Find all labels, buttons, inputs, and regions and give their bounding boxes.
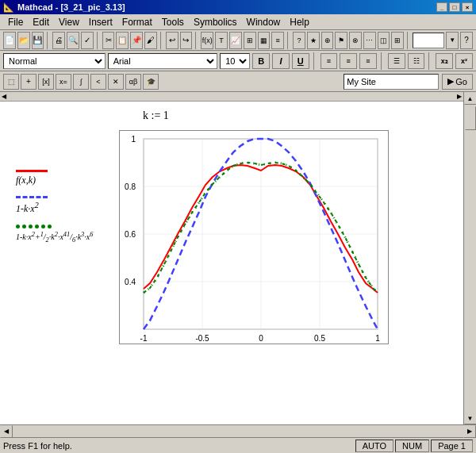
math-btn-1[interactable]: ⬚ [3, 74, 19, 90]
toolbar-separator-6 [407, 32, 409, 49]
hscroll-track [13, 425, 463, 437]
menu-bar: File Edit View Insert Format Tools Symbo… [0, 14, 476, 30]
math-btn-6[interactable]: < [90, 74, 106, 90]
list-number-button[interactable]: ☷ [408, 53, 425, 69]
align-left-button[interactable]: ≡ [321, 53, 338, 69]
new-button[interactable]: 📄 [3, 32, 16, 49]
scroll-track [464, 105, 476, 412]
font-select[interactable]: Arial [108, 53, 218, 69]
svg-text:0.8: 0.8 [125, 182, 136, 191]
minimize-button[interactable]: _ [436, 2, 447, 12]
size-select[interactable]: 10 [220, 53, 250, 69]
main-toolbar: 📄 📂 💾 🖨 🔍 ✓ ✂ 📋 📌 🖌 ↩ ↪ f(x) T 📈 ⊞ ▦ ≡ ?… [0, 30, 476, 51]
toolbar-btn-10[interactable]: ⊕ [321, 32, 334, 49]
toolbar-btn-5[interactable]: ⊞ [244, 32, 256, 49]
menu-format[interactable]: Format [117, 15, 157, 29]
toolbar-btn-13[interactable]: ⋯ [363, 32, 376, 49]
list-bullet-button[interactable]: ☰ [388, 53, 405, 69]
maximize-button[interactable]: □ [449, 2, 460, 12]
bold-button[interactable]: B [252, 53, 270, 69]
menu-window[interactable]: Window [242, 15, 286, 29]
toolbar-btn-15[interactable]: ⊞ [391, 32, 404, 49]
menu-file[interactable]: File [3, 15, 28, 29]
align-center-button[interactable]: ≡ [340, 53, 357, 69]
scroll-right-button[interactable]: ▶ [463, 425, 476, 438]
print-preview-button[interactable]: 🔍 [67, 32, 79, 49]
toolbar-btn-11[interactable]: ⚑ [335, 32, 347, 49]
legend-dot [16, 225, 20, 228]
superscript-button[interactable]: x² [455, 53, 473, 69]
go-button[interactable]: ▶ Go [442, 74, 473, 90]
chart-svg: 1 0.8 0.6 0.4 [119, 130, 389, 344]
menu-edit[interactable]: Edit [28, 15, 54, 29]
save-button[interactable]: 💾 [32, 32, 44, 49]
legend-item-3: 1-k·x2+1/2·k2·x41/6·k3·x6 [16, 225, 119, 245]
math-btn-4[interactable]: x= [56, 74, 71, 90]
zoom-dropdown[interactable]: ▼ [446, 32, 459, 49]
math-btn-8[interactable]: αβ [125, 74, 141, 90]
toolbar-btn-6[interactable]: ▦ [258, 32, 271, 49]
math-btn-9[interactable]: 🎓 [143, 74, 159, 90]
toolbar-btn-14[interactable]: ◫ [378, 32, 390, 49]
menu-tools[interactable]: Tools [157, 15, 189, 29]
menu-insert[interactable]: Insert [84, 15, 117, 29]
menu-symbolics[interactable]: Symbolics [189, 15, 242, 29]
undo-button[interactable]: ↩ [166, 32, 178, 49]
zoom-input[interactable]: 100% [413, 33, 444, 48]
url-bar: My Site ▶ Go [344, 74, 473, 90]
format-separator-3 [428, 52, 432, 70]
spell-button[interactable]: ✓ [81, 32, 94, 49]
help-button[interactable]: ? [460, 32, 473, 49]
legend-item-1: f(x,k) [16, 170, 119, 186]
math-btn-2[interactable]: + [21, 74, 36, 90]
math-btn-3[interactable]: [x] [38, 74, 54, 90]
toolbar-btn-12[interactable]: ⊗ [349, 32, 362, 49]
horizontal-scrollbar[interactable]: ◀ ▶ [0, 424, 476, 437]
format-paint-button[interactable]: 🖌 [144, 32, 157, 49]
go-arrow-icon: ▶ [447, 76, 454, 86]
status-page: Page 1 [431, 440, 473, 452]
legend-item-2: 1-k·x2 [16, 196, 119, 215]
status-right: AUTO NUM Page 1 [355, 440, 473, 452]
align-right-button[interactable]: ≡ [359, 53, 377, 69]
svg-text:0.4: 0.4 [125, 278, 136, 286]
open-button[interactable]: 📂 [17, 32, 30, 49]
svg-text:0.5: 0.5 [314, 334, 325, 343]
paste-button[interactable]: 📌 [130, 32, 143, 49]
print-button[interactable]: 🖨 [52, 32, 65, 49]
window-controls[interactable]: _ □ × [436, 2, 473, 12]
svg-text:-1: -1 [140, 334, 148, 343]
legend-dots [16, 225, 119, 228]
toolbar-btn-9[interactable]: ★ [307, 32, 320, 49]
style-select[interactable]: Normal [3, 53, 106, 69]
scroll-thumb[interactable] [465, 106, 476, 130]
menu-view[interactable]: View [54, 15, 84, 29]
math-btn-7[interactable]: ✕ [108, 74, 124, 90]
insert-text-button[interactable]: T [215, 32, 228, 49]
insert-math-button[interactable]: f(x) [201, 32, 213, 49]
underline-button[interactable]: U [292, 53, 309, 69]
subscript-button[interactable]: x₂ [436, 53, 453, 69]
close-button[interactable]: × [462, 2, 473, 12]
resource-center-button[interactable]: ? [293, 32, 305, 49]
url-input[interactable]: My Site [344, 74, 439, 90]
legend-line-solid-red [16, 170, 48, 172]
insert-plot-button[interactable]: 📈 [229, 32, 242, 49]
vertical-scrollbar[interactable]: ▲ ▼ [463, 92, 476, 424]
redo-button[interactable]: ↪ [180, 32, 193, 49]
italic-button[interactable]: I [272, 53, 290, 69]
toolbar-separator-4 [195, 32, 198, 49]
copy-button[interactable]: 📋 [116, 32, 129, 49]
status-help-text: Press F1 for help. [3, 441, 355, 451]
scroll-left-button[interactable]: ◀ [0, 425, 13, 438]
scroll-down-button[interactable]: ▼ [464, 412, 477, 424]
cut-button[interactable]: ✂ [102, 32, 115, 49]
format-toolbar: Normal Arial 10 B I U ≡ ≡ ≡ ☰ ☷ x₂ x² [0, 51, 476, 71]
toolbar-btn-7[interactable]: ≡ [271, 32, 284, 49]
toolbar-separator-5 [287, 32, 290, 49]
toolbar-separator-1 [47, 32, 49, 49]
menu-help[interactable]: Help [285, 15, 314, 29]
scroll-up-button[interactable]: ▲ [464, 92, 477, 105]
title-bar: 📐 Mathcad - [3_21_pic_3.13] _ □ × [0, 0, 476, 14]
math-btn-5[interactable]: ∫ [73, 74, 89, 90]
